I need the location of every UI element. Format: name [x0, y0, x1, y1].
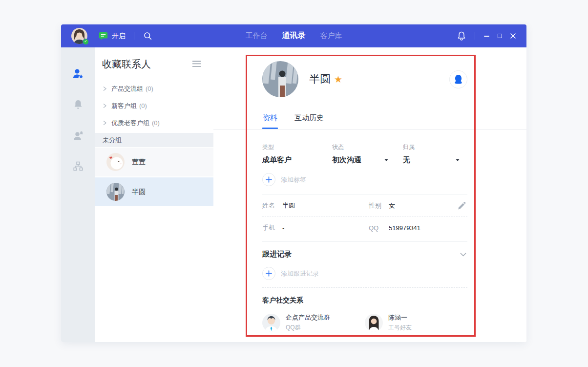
contacts-panel: 收藏联系人 产品交流组 (0) — [95, 47, 213, 342]
group-label: 新客户组 — [111, 102, 137, 110]
owner-dropdown-caret-icon[interactable] — [456, 159, 460, 161]
field-status: 状态 初次沟通 — [332, 143, 403, 165]
chat-bubble-icon — [99, 32, 108, 41]
info-row-name-gender: 姓名 半圆 性别 女 — [262, 195, 467, 216]
contacts-panel-header: 收藏联系人 — [95, 47, 213, 71]
type-label: 类型 — [262, 143, 332, 151]
gender-label: 性别 — [369, 201, 389, 210]
tab-interaction-history[interactable]: 互动历史 — [294, 113, 324, 129]
social-relations-title: 客户社交关系 — [262, 296, 467, 305]
group-list: 产品交流组 (0) 新客户组 (0) 优质老客户组 (0) — [95, 80, 213, 131]
status-dropdown-caret-icon[interactable] — [384, 159, 388, 161]
sidebar-item-notifications[interactable] — [72, 99, 84, 110]
group-item-new-customer[interactable]: 新客户组 (0) — [95, 97, 213, 114]
panel-menu-button[interactable] — [191, 60, 202, 69]
favorite-star-icon[interactable]: ★ — [334, 75, 342, 84]
contact-detail-name: 半圆 — [309, 72, 331, 86]
add-follow-up-button[interactable]: 添加跟进记录 — [262, 267, 319, 280]
relation-item-qq-group[interactable]: 企点产品交流群 QQ群 — [262, 313, 365, 332]
titlebar: ✓ 开启 工作台 通讯录 客户库 — [61, 24, 526, 47]
sidebar-item-favorite-contacts[interactable] — [72, 68, 84, 80]
status-label: 状态 — [332, 143, 403, 151]
notification-bell-icon — [73, 99, 84, 110]
online-check-badge: ✓ — [83, 39, 89, 45]
status-value[interactable]: 初次沟通 — [332, 155, 361, 165]
relation-name: 企点产品交流群 — [286, 313, 330, 322]
field-type: 类型 成单客户 — [262, 143, 332, 165]
qq-label: QQ — [369, 224, 389, 232]
contact-avatar-art — [106, 153, 125, 171]
add-tag-button[interactable]: 添加标签 — [262, 173, 306, 186]
contact-detail-panel: 半圆 ★ 资料 互动历史 类型 成单客户 状态 — [213, 47, 526, 342]
phone-label: 手机 — [262, 223, 282, 232]
sidebar-item-customers[interactable] — [72, 130, 84, 141]
profile-header: 半圆 ★ — [262, 61, 467, 97]
ungrouped-section-header[interactable]: 未分组 — [95, 133, 213, 147]
titlebar-divider — [134, 32, 134, 40]
row-divider-dashed — [262, 287, 467, 288]
add-tag-label: 添加标签 — [281, 175, 306, 184]
contact-avatar — [106, 183, 125, 201]
detail-tabs: 资料 互动历史 — [262, 113, 467, 129]
profile-avatar — [262, 61, 298, 97]
panel-title: 收藏联系人 — [102, 58, 151, 71]
close-icon — [510, 33, 516, 39]
nav-tab-contacts[interactable]: 通讯录 — [282, 31, 306, 41]
group-item-premium-customer[interactable]: 优质老客户组 (0) — [95, 114, 213, 131]
nav-tab-workbench[interactable]: 工作台 — [246, 31, 268, 41]
maximize-button[interactable] — [497, 33, 503, 39]
relation-type: QQ群 — [286, 324, 330, 332]
titlebar-divider — [475, 32, 475, 40]
name-value: 半圆 — [282, 201, 295, 210]
tab-profile[interactable]: 资料 — [262, 113, 278, 129]
search-icon — [144, 32, 152, 40]
contact-name: 萱萱 — [132, 158, 146, 167]
bell-icon — [457, 31, 466, 41]
contact-name: 半圆 — [132, 188, 146, 196]
tabs-divider — [213, 129, 526, 130]
group-label: 优质老客户组 — [111, 119, 149, 128]
owner-value[interactable]: 无 — [403, 155, 410, 165]
collapse-follow-up-button[interactable] — [459, 252, 467, 258]
edit-info-button[interactable] — [457, 201, 467, 211]
relation-avatar — [365, 314, 383, 332]
relation-type: 工号好友 — [388, 324, 412, 332]
minimize-button[interactable] — [483, 35, 490, 38]
ungrouped-label: 未分组 — [103, 136, 122, 145]
app-body: 收藏联系人 产品交流组 (0) — [61, 47, 526, 342]
group-count: (0) — [146, 85, 153, 92]
group-label: 产品交流组 — [111, 85, 143, 93]
relation-item-colleague[interactable]: 陈涵一 工号好友 — [365, 313, 467, 332]
chevron-down-icon — [460, 253, 466, 257]
chat-status-toggle[interactable]: 开启 — [99, 32, 126, 41]
section-divider — [262, 241, 467, 242]
nav-tab-customers[interactable]: 客户库 — [320, 31, 342, 41]
close-button[interactable] — [509, 32, 517, 40]
customers-icon — [72, 130, 84, 141]
qq-penguin-icon — [453, 74, 464, 85]
qq-value: 519979341 — [389, 224, 420, 232]
info-row-phone-qq: 手机 - QQ 519979341 — [262, 217, 467, 238]
qq-chat-button[interactable] — [449, 70, 467, 88]
contact-row-xuanxuan[interactable]: 萱萱 — [95, 148, 213, 176]
favorite-contacts-icon — [72, 68, 84, 80]
contact-row-banyuan-selected[interactable]: 半圆 — [95, 177, 213, 206]
minimize-icon — [484, 36, 489, 37]
maximize-icon — [498, 34, 502, 38]
left-icon-rail — [61, 47, 95, 342]
group-item-product[interactable]: 产品交流组 (0) — [95, 80, 213, 97]
search-button[interactable] — [143, 31, 153, 41]
sidebar-item-org-structure[interactable] — [72, 160, 84, 172]
notification-bell-button[interactable] — [456, 30, 467, 42]
follow-up-section-header: 跟进记录 — [262, 250, 467, 259]
gender-value: 女 — [389, 201, 395, 210]
phone-value: - — [282, 224, 284, 232]
chat-status-label: 开启 — [112, 32, 126, 41]
hamburger-icon — [192, 61, 201, 67]
user-avatar[interactable]: ✓ — [71, 28, 87, 44]
relation-avatar-art — [262, 314, 280, 332]
profile-avatar-art — [262, 61, 298, 97]
name-label: 姓名 — [262, 201, 282, 210]
follow-up-title: 跟进记录 — [262, 250, 292, 259]
titlebar-right-controls — [456, 30, 526, 42]
